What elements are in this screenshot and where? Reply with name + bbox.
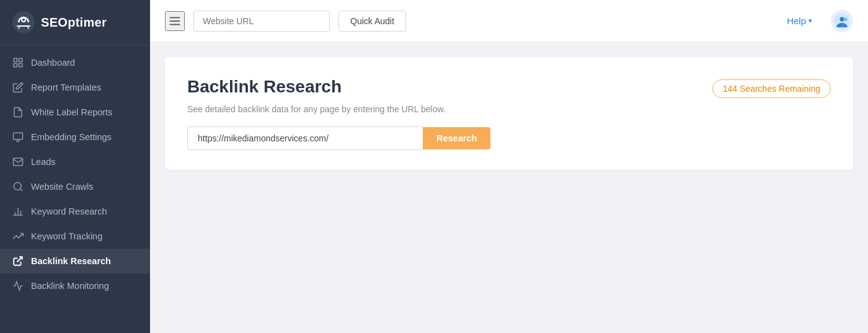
sidebar-item-backlink-monitoring[interactable]: Backlink Monitoring [0,273,150,298]
sidebar-label-report-templates: Report Templates [31,82,101,92]
svg-rect-6 [14,133,23,140]
quick-audit-button[interactable]: Quick Audit [339,11,406,32]
svg-rect-4 [14,64,17,67]
svg-rect-5 [19,64,22,67]
sidebar-label-white-label-reports: White Label Reports [31,107,112,117]
mail-icon [12,156,24,167]
logo-text: SEOptimer [41,16,107,30]
trending-icon [12,231,24,242]
svg-point-9 [14,182,21,190]
content-area: Backlink Research 144 Searches Remaining… [150,42,868,333]
sidebar-label-leads: Leads [31,157,56,167]
user-avatar[interactable] [831,10,853,32]
search-icon [12,181,24,192]
seoptimer-logo-icon [12,11,35,33]
search-row: Research [187,127,831,150]
subtitle: See detailed backlink data for any page … [187,104,831,114]
svg-line-10 [20,189,22,190]
sidebar-item-keyword-tracking[interactable]: Keyword Tracking [0,224,150,249]
chart-line-icon [12,280,24,291]
bar-chart-icon [12,206,24,217]
sidebar-item-report-templates[interactable]: Report Templates [0,75,150,100]
card-header: Backlink Research 144 Searches Remaining [187,77,831,98]
svg-point-20 [839,17,844,21]
sidebar-nav: Dashboard Report Templates White Label R… [0,45,150,303]
sidebar-item-white-label-reports[interactable]: White Label Reports [0,100,150,125]
topbar: Quick Audit Help ▾ [150,0,868,42]
svg-line-15 [17,257,22,262]
svg-point-21 [844,17,848,21]
page-title: Backlink Research [187,77,342,97]
hamburger-button[interactable] [165,11,185,31]
sidebar-item-backlink-research[interactable]: Backlink Research [0,249,150,273]
chevron-down-icon: ▾ [808,17,812,25]
hamburger-icon [168,14,182,28]
edit-icon [12,82,24,93]
website-url-input[interactable] [193,11,330,32]
external-link-icon [12,255,24,267]
grid-icon [12,57,24,68]
main-area: Quick Audit Help ▾ Backlink Research 144… [150,0,868,333]
sidebar-label-keyword-research: Keyword Research [31,206,107,216]
sidebar-item-leads[interactable]: Leads [0,149,150,174]
backlink-url-input[interactable] [187,127,423,150]
research-button[interactable]: Research [423,127,490,149]
sidebar-label-embedding-settings: Embedding Settings [31,132,112,142]
sidebar-label-website-crawls: Website Crawls [31,182,93,192]
sidebar-label-keyword-tracking: Keyword Tracking [31,231,102,241]
sidebar-item-dashboard[interactable]: Dashboard [0,50,150,75]
sidebar-label-backlink-research: Backlink Research [31,256,111,266]
svg-rect-2 [14,58,17,61]
sidebar-item-embedding-settings[interactable]: Embedding Settings [0,125,150,149]
monitor-icon [12,131,24,143]
svg-rect-3 [19,58,22,61]
file-icon [12,107,24,118]
sidebar-item-keyword-research[interactable]: Keyword Research [0,199,150,224]
searches-remaining-badge: 144 Searches Remaining [712,79,831,98]
sidebar: SEOptimer Dashboard Report Templates Whi… [0,0,150,333]
sidebar-item-website-crawls[interactable]: Website Crawls [0,174,150,199]
help-button[interactable]: Help ▾ [787,16,812,26]
sidebar-label-backlink-monitoring: Backlink Monitoring [31,281,109,291]
user-icon [834,13,850,29]
sidebar-logo[interactable]: SEOptimer [0,0,150,45]
backlink-research-card: Backlink Research 144 Searches Remaining… [165,57,853,170]
sidebar-label-dashboard: Dashboard [31,58,75,68]
